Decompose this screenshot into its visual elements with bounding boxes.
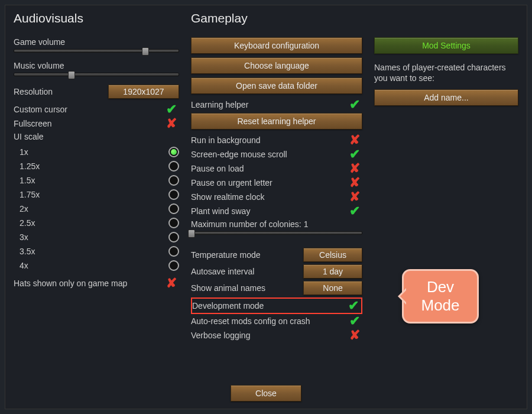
radio-icon[interactable]: [168, 232, 179, 242]
hats-toggle[interactable]: ✘: [164, 277, 179, 290]
autosave-interval-button[interactable]: 1 day: [303, 264, 362, 279]
callout-text: Mode: [416, 296, 465, 315]
ui-scale-option-label: 3.5x: [14, 247, 35, 256]
ui-scale-option[interactable]: 1.75x: [14, 187, 179, 202]
learning-helper-label: Learning helper: [191, 100, 248, 109]
keyboard-config-button[interactable]: Keyboard configuration: [191, 37, 362, 54]
radio-icon[interactable]: [168, 147, 179, 157]
music-volume-label: Music volume: [14, 61, 179, 70]
ui-scale-option-label: 1.75x: [14, 190, 40, 199]
toggle-checkbox[interactable]: ✔: [347, 205, 362, 218]
toggle-checkbox[interactable]: ✘: [347, 176, 362, 189]
add-name-button[interactable]: Add name...: [374, 89, 518, 106]
toggle-checkbox[interactable]: ✔: [347, 148, 362, 161]
gameplay-toggle-row: Show realtime clock✘: [191, 190, 362, 204]
toggle-checkbox[interactable]: ✘: [347, 162, 362, 175]
ui-scale-option-label: 4x: [14, 261, 28, 270]
dev-mode-toggle[interactable]: ✔: [346, 299, 361, 312]
toggle-checkbox[interactable]: ✘: [347, 134, 362, 147]
animal-names-button[interactable]: None: [303, 281, 362, 295]
gameplay-toggle-row: Run in background✘: [191, 133, 362, 147]
radio-icon[interactable]: [168, 203, 179, 214]
toggle-label: Plant wind sway: [191, 206, 250, 216]
gameplay-toggle-row: Pause on load✘: [191, 161, 362, 176]
gameplay-toggle-row: Plant wind sway✔: [191, 204, 362, 218]
mod-settings-button[interactable]: Mod Settings: [374, 37, 518, 54]
fullscreen-toggle[interactable]: ✘: [164, 117, 179, 130]
radio-icon[interactable]: [168, 218, 179, 228]
choose-language-button[interactable]: Choose language: [191, 57, 362, 74]
animal-names-label: Show animal names: [191, 283, 303, 293]
gameplay-toggle-row: Pause on urgent letter✘: [191, 176, 362, 190]
toggle-label: Pause on load: [191, 164, 244, 173]
ui-scale-option-label: 3x: [14, 232, 28, 242]
section-title-audiovisuals: Audiovisuals: [14, 11, 179, 25]
ui-scale-option[interactable]: 3.5x: [14, 244, 179, 258]
gameplay-toggle-row: Screen-edge mouse scroll✔: [191, 147, 362, 161]
ui-scale-option-label: 1x: [14, 147, 28, 157]
open-save-folder-button[interactable]: Open save data folder: [191, 77, 362, 94]
slider-thumb[interactable]: [142, 47, 149, 56]
temperature-mode-button[interactable]: Celsius: [303, 248, 362, 262]
auto-reset-mods-toggle[interactable]: ✔: [347, 315, 362, 328]
toggle-label: Pause on urgent letter: [191, 178, 273, 187]
ui-scale-label: UI scale: [14, 132, 179, 141]
slider-thumb[interactable]: [68, 71, 75, 79]
autosave-interval-label: Autosave interval: [191, 267, 303, 276]
fullscreen-label: Fullscreen: [14, 119, 52, 128]
callout-text: Dev: [416, 278, 465, 296]
ui-scale-option[interactable]: 2x: [14, 202, 179, 216]
slider-thumb[interactable]: [188, 229, 195, 238]
resolution-button[interactable]: 1920x1027: [108, 85, 179, 99]
radio-icon[interactable]: [168, 161, 179, 172]
toggle-checkbox[interactable]: ✘: [347, 190, 362, 203]
close-button[interactable]: Close: [231, 385, 301, 402]
max-colonies-slider[interactable]: [191, 231, 362, 235]
section-title-gameplay: Gameplay: [191, 11, 362, 25]
ui-scale-option[interactable]: 1.5x: [14, 173, 179, 187]
reset-learning-helper-button[interactable]: Reset learning helper: [191, 113, 362, 130]
ui-scale-option-label: 2.5x: [14, 218, 35, 228]
custom-cursor-label: Custom cursor: [14, 105, 67, 114]
radio-icon[interactable]: [168, 189, 179, 200]
custom-cursor-toggle[interactable]: ✔: [164, 103, 179, 116]
game-volume-label: Game volume: [14, 37, 179, 47]
toggle-label: Show realtime clock: [191, 192, 265, 202]
verbose-logging-label: Verbose logging: [191, 331, 250, 340]
max-colonies-label: Maximum number of colonies: 1: [191, 219, 362, 229]
hats-label: Hats shown only on game map: [14, 279, 127, 288]
ui-scale-option-label: 1.25x: [14, 161, 40, 171]
learning-helper-toggle[interactable]: ✔: [347, 98, 362, 111]
ui-scale-option[interactable]: 4x: [14, 258, 179, 273]
dev-mode-label: Development mode: [192, 301, 264, 310]
options-panel: Audiovisuals Game volume Music volume Re…: [5, 5, 527, 409]
ui-scale-option[interactable]: 3x: [14, 230, 179, 244]
radio-icon[interactable]: [168, 260, 179, 271]
ui-scale-option-label: 1.5x: [14, 176, 35, 185]
dev-mode-callout: Dev Mode: [402, 269, 479, 324]
toggle-label: Screen-edge mouse scroll: [191, 150, 287, 159]
game-volume-slider[interactable]: [14, 49, 179, 53]
ui-scale-option-label: 2x: [14, 204, 28, 214]
ui-scale-option[interactable]: 2.5x: [14, 216, 179, 230]
auto-reset-mods-label: Auto-reset mods config on crash: [191, 316, 310, 326]
ui-scale-option[interactable]: 1x: [14, 145, 179, 159]
ui-scale-option[interactable]: 1.25x: [14, 159, 179, 173]
radio-icon[interactable]: [168, 246, 179, 257]
toggle-label: Run in background: [191, 135, 261, 145]
temperature-mode-label: Temperature mode: [191, 250, 303, 260]
music-volume-slider[interactable]: [14, 73, 179, 76]
resolution-label: Resolution: [14, 87, 53, 96]
player-names-text: Names of player-created characters you w…: [374, 62, 518, 83]
radio-icon[interactable]: [168, 175, 179, 186]
verbose-logging-toggle[interactable]: ✘: [347, 329, 362, 342]
